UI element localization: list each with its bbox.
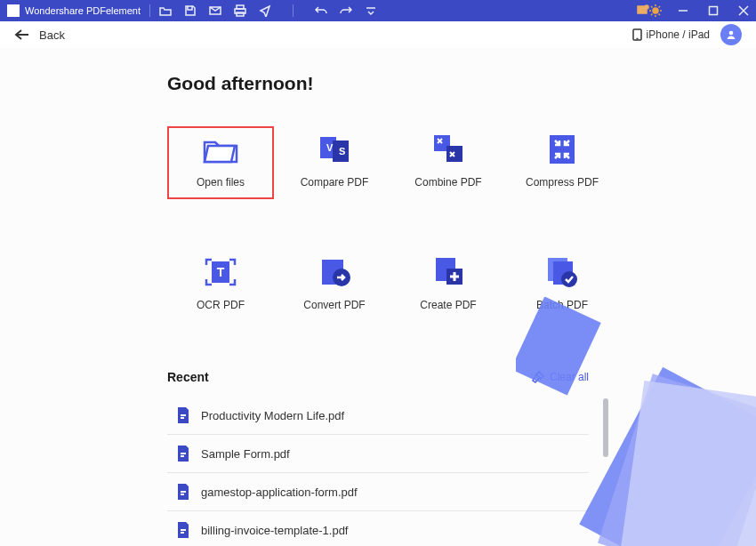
pdf-file-icon	[176, 484, 190, 500]
compress-icon	[543, 133, 582, 165]
action-label: Batch PDF	[536, 299, 588, 311]
svg-line-12	[659, 14, 661, 16]
greeting-title: Good afternoon!	[167, 73, 589, 94]
app-title: Wondershare PDFelement	[25, 5, 141, 16]
action-compress-pdf[interactable]: Compress PDF	[509, 126, 615, 199]
batch-icon	[543, 256, 582, 288]
ocr-icon: T	[201, 256, 240, 288]
app-logo-icon	[7, 4, 20, 17]
undo-icon[interactable]	[315, 4, 327, 17]
action-open-files[interactable]: Open files	[167, 126, 274, 199]
svg-rect-16	[710, 7, 718, 15]
svg-rect-43	[181, 494, 184, 495]
compare-icon: VS	[315, 133, 354, 165]
svg-rect-28	[550, 135, 575, 164]
list-item[interactable]: billing-invoice-template-1.pdf	[167, 511, 589, 546]
svg-text:S: S	[339, 146, 345, 157]
file-name: Productivity Modern Life.pdf	[201, 409, 344, 422]
action-label: Combine PDF	[414, 176, 481, 189]
action-compare-pdf[interactable]: VS Compare PDF	[281, 126, 388, 199]
svg-rect-45	[181, 532, 184, 534]
separator	[149, 4, 150, 17]
sub-toolbar: Back iPhone / iPad	[0, 21, 756, 48]
theme-toggle-icon[interactable]	[649, 4, 662, 17]
svg-line-13	[651, 14, 653, 16]
action-label: Create PDF	[420, 299, 476, 311]
svg-rect-27	[446, 146, 462, 162]
avatar[interactable]	[720, 24, 742, 45]
customize-menu-icon[interactable]	[365, 4, 377, 17]
mail-icon[interactable]	[209, 4, 221, 17]
create-icon	[429, 256, 468, 288]
svg-point-21	[729, 31, 734, 36]
pdf-file-icon	[176, 522, 190, 538]
list-item[interactable]: gamestop-application-form.pdf	[167, 473, 589, 511]
svg-point-6	[653, 8, 658, 13]
svg-point-5	[645, 5, 648, 9]
file-name: Sample Form.pdf	[201, 447, 290, 461]
folder-open-icon	[201, 133, 240, 165]
svg-rect-44	[181, 529, 186, 531]
clear-all-label: Clear all	[550, 371, 589, 383]
title-bar: Wondershare PDFelement	[0, 0, 756, 21]
redo-icon[interactable]	[340, 4, 352, 17]
close-icon[interactable]	[738, 5, 749, 16]
list-item[interactable]: Productivity Modern Life.pdf	[167, 397, 589, 435]
file-name: gamestop-application-form.pdf	[201, 486, 358, 499]
svg-rect-39	[181, 417, 184, 419]
notification-icon[interactable]	[637, 4, 649, 17]
action-create-pdf[interactable]: Create PDF	[395, 249, 502, 322]
broom-icon	[532, 371, 544, 383]
action-ocr-pdf[interactable]: T OCR PDF	[167, 249, 274, 322]
device-label: iPhone / iPad	[647, 28, 710, 41]
back-button[interactable]: Back	[14, 28, 65, 42]
folder-open-icon[interactable]	[159, 4, 172, 17]
phone-icon	[632, 28, 642, 41]
clear-all-button[interactable]: Clear all	[532, 371, 589, 383]
pdf-file-icon	[176, 446, 190, 462]
recent-header: Recent Clear all	[167, 370, 589, 384]
recent-title: Recent	[167, 370, 209, 384]
svg-text:V: V	[326, 142, 334, 153]
maximize-icon[interactable]	[708, 5, 719, 16]
action-label: Convert PDF	[303, 299, 365, 311]
combine-icon	[429, 133, 468, 165]
user-icon	[726, 29, 736, 40]
list-item[interactable]: Sample Form.pdf	[167, 435, 589, 473]
main-content: Good afternoon! Open files VS Compare PD…	[0, 48, 756, 546]
convert-icon	[315, 256, 354, 288]
action-label: Open files	[197, 176, 245, 189]
back-label: Back	[39, 28, 65, 42]
actions-grid: Open files VS Compare PDF Combine PDF Co…	[167, 126, 589, 322]
action-combine-pdf[interactable]: Combine PDF	[395, 126, 502, 199]
back-arrow-icon	[14, 28, 30, 41]
svg-rect-40	[181, 453, 186, 454]
action-batch-pdf[interactable]: Batch PDF	[509, 249, 615, 322]
svg-rect-3	[237, 12, 244, 16]
svg-rect-42	[181, 491, 186, 493]
print-icon[interactable]	[234, 4, 246, 17]
action-label: Compare PDF	[301, 176, 369, 189]
scrollbar-thumb[interactable]	[603, 398, 608, 457]
recent-list: Productivity Modern Life.pdf Sample Form…	[167, 397, 589, 546]
svg-text:T: T	[217, 265, 225, 279]
save-icon[interactable]	[184, 4, 197, 17]
device-link[interactable]: iPhone / iPad	[632, 28, 710, 41]
file-name: billing-invoice-template-1.pdf	[201, 524, 348, 537]
svg-line-11	[651, 6, 653, 8]
separator	[293, 4, 294, 17]
pdf-file-icon	[176, 407, 190, 423]
share-icon[interactable]	[259, 4, 271, 17]
svg-rect-41	[181, 455, 184, 457]
action-label: Compress PDF	[526, 176, 599, 189]
svg-line-14	[659, 6, 661, 8]
minimize-icon[interactable]	[678, 5, 688, 16]
action-convert-pdf[interactable]: Convert PDF	[281, 249, 388, 322]
svg-rect-38	[181, 414, 186, 416]
quick-actions	[159, 4, 377, 17]
action-label: OCR PDF	[197, 299, 245, 311]
window-controls	[678, 5, 749, 16]
